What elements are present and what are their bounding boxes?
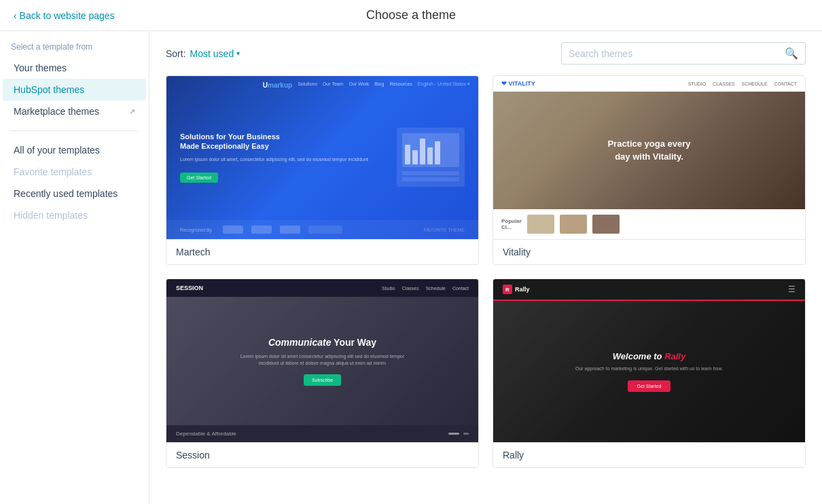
martech-text: Solutions for Your BusinessMade Exceptio…	[180, 132, 383, 183]
sort-dropdown[interactable]: Most used ▾	[190, 48, 240, 59]
theme-preview-rally: R Rally ☰ Welcome to Rally Our approach …	[493, 279, 805, 442]
back-link-label: ‹ Back to website pages	[14, 10, 115, 21]
footer-logos	[223, 226, 342, 234]
sidebar-item-label: HubSpot themes	[14, 84, 84, 95]
martech-headline: Solutions for Your BusinessMade Exceptio…	[180, 132, 383, 151]
theme-card-martech[interactable]: Umarkup SolutionsOur TeamOur WorkBlogRes…	[166, 75, 479, 265]
martech-footer: Recognized By FAVORITE THEME	[166, 220, 478, 239]
theme-card-vitality[interactable]: ❤ VITALITY STUDIOCLASSESSCHEDULECONTACT …	[493, 75, 806, 265]
chart-bar-5	[435, 141, 440, 164]
theme-name-vitality: Vitality	[503, 247, 796, 257]
sort-label: Sort:	[166, 48, 186, 59]
search-input[interactable]	[569, 48, 781, 59]
theme-preview-martech: Umarkup SolutionsOur TeamOur WorkBlogRes…	[166, 76, 478, 239]
theme-grid: Umarkup SolutionsOur TeamOur WorkBlogRes…	[166, 75, 806, 468]
session-bottom: Dependable & Affordable	[166, 425, 478, 442]
dot-2	[463, 433, 469, 435]
rally-hero-sub: Our approach to marketing is unique. Get…	[575, 365, 723, 373]
theme-name-session: Session	[176, 450, 469, 461]
sidebar-section-label: Select a template from	[0, 42, 149, 57]
session-nav-links: StudioClassesScheduleContact	[382, 286, 469, 291]
sidebar-item-label: Recently used templates	[14, 188, 118, 199]
session-nav: SESSION StudioClassesScheduleContact	[166, 279, 478, 297]
vitality-nav: ❤ VITALITY STUDIOCLASSESSCHEDULECONTACT	[493, 76, 805, 92]
theme-card-session[interactable]: SESSION StudioClassesScheduleContact Com…	[166, 278, 479, 468]
martech-nav: Umarkup SolutionsOur TeamOur WorkBlogRes…	[166, 76, 478, 94]
theme-name-martech: Martech	[176, 247, 469, 257]
theme-preview-vitality: ❤ VITALITY STUDIOCLASSESSCHEDULECONTACT …	[493, 76, 805, 239]
chevron-down-icon: ▾	[236, 50, 240, 57]
main-layout: Select a template from Your themes HubSp…	[0, 31, 822, 504]
rally-logo: R Rally	[503, 285, 530, 294]
vitality-bottom-label: PopularCl...	[501, 218, 522, 230]
vitality-thumb-3	[592, 215, 620, 234]
vitality-bottom: PopularCl...	[493, 209, 805, 239]
sidebar-item-label: Hidden templates	[14, 210, 88, 221]
rally-logo-text: Rally	[515, 286, 530, 293]
search-box: 🔍	[561, 42, 806, 65]
external-link-icon: ↗	[129, 107, 135, 116]
toolbar: Sort: Most used ▾ 🔍	[166, 42, 806, 65]
sidebar-item-hubspot-themes[interactable]: HubSpot themes	[3, 79, 146, 101]
vitality-hero-text: Practice yoga everyday with Vitality.	[594, 124, 704, 176]
session-hero-sub: Lorem ipsum dolor sit amet consectetur a…	[240, 353, 405, 367]
session-hero: Communicate Your Way Lorem ipsum dolor s…	[166, 297, 478, 425]
rally-cta: Get Started	[628, 380, 671, 392]
rally-logo-icon: R	[503, 285, 512, 294]
session-footer-label: Session	[166, 442, 478, 467]
martech-chart	[402, 133, 459, 167]
session-hero-text: Communicate Your Way	[268, 337, 376, 348]
chart-line-2	[402, 177, 459, 181]
martech-cta: Get Started	[180, 173, 218, 183]
sidebar-divider	[11, 130, 138, 131]
sidebar-item-hidden-templates: Hidden templates	[3, 204, 146, 226]
sidebar: Select a template from Your themes HubSp…	[0, 31, 149, 504]
chart-bar-1	[405, 145, 410, 164]
footer-logo-4	[308, 226, 342, 234]
page-title: Choose a theme	[366, 8, 456, 22]
footer-logo-1	[223, 226, 243, 234]
martech-widget	[397, 128, 465, 187]
sidebar-item-all-templates[interactable]: All of your templates	[3, 139, 146, 161]
vitality-hero: Practice yoga everyday with Vitality.	[493, 92, 805, 209]
sidebar-item-your-themes[interactable]: Your themes	[3, 57, 146, 79]
vitality-logo: ❤ VITALITY	[501, 80, 535, 87]
martech-footer-label: Martech	[166, 239, 478, 264]
vitality-nav-links: STUDIOCLASSESSCHEDULECONTACT	[688, 82, 797, 86]
chart-bar-2	[412, 150, 418, 164]
rally-footer-label: Rally	[493, 442, 805, 467]
sort-control: Sort: Most used ▾	[166, 48, 240, 59]
content-area: Sort: Most used ▾ 🔍 Umarkup Solut	[149, 31, 822, 504]
session-bottom-dots	[448, 433, 469, 435]
chart-bar-3	[420, 139, 425, 164]
chart-bar-4	[427, 147, 433, 164]
sidebar-item-label: All of your templates	[14, 145, 100, 156]
vitality-thumb-2	[560, 215, 587, 234]
sidebar-item-favorite-templates: Favorite templates	[3, 161, 146, 183]
header: ‹ Back to website pages Choose a theme	[0, 0, 822, 31]
rally-nav-menu-icon: ☰	[788, 285, 796, 294]
rally-hero: Welcome to Rally Our approach to marketi…	[493, 301, 805, 442]
dot-1	[448, 433, 459, 435]
session-logo: SESSION	[176, 285, 203, 291]
session-cta: Subscribe	[304, 374, 341, 386]
theme-name-rally: Rally	[503, 450, 796, 461]
footer-logo-3	[280, 226, 300, 234]
sidebar-item-label: Marketplace themes	[14, 106, 99, 117]
sidebar-item-label: Your themes	[14, 62, 67, 73]
search-icon[interactable]: 🔍	[785, 47, 798, 60]
martech-body: Solutions for Your BusinessMade Exceptio…	[166, 94, 478, 220]
footer-logo-2	[251, 226, 272, 234]
chart-line-1	[402, 171, 459, 175]
session-bottom-label: Dependable & Affordable	[176, 431, 236, 437]
theme-preview-session: SESSION StudioClassesScheduleContact Com…	[166, 279, 478, 442]
sidebar-item-recently-used[interactable]: Recently used templates	[3, 183, 146, 204]
sidebar-item-label: Favorite templates	[14, 166, 92, 177]
rally-nav: R Rally ☰	[493, 279, 805, 301]
back-link[interactable]: ‹ Back to website pages	[14, 10, 115, 21]
sort-value: Most used	[190, 48, 234, 59]
sidebar-item-marketplace-themes[interactable]: Marketplace themes ↗	[3, 101, 146, 122]
vitality-footer-label: Vitality	[493, 239, 805, 264]
rally-hero-text: Welcome to Rally	[613, 351, 685, 361]
theme-card-rally[interactable]: R Rally ☰ Welcome to Rally Our approach …	[493, 278, 806, 468]
